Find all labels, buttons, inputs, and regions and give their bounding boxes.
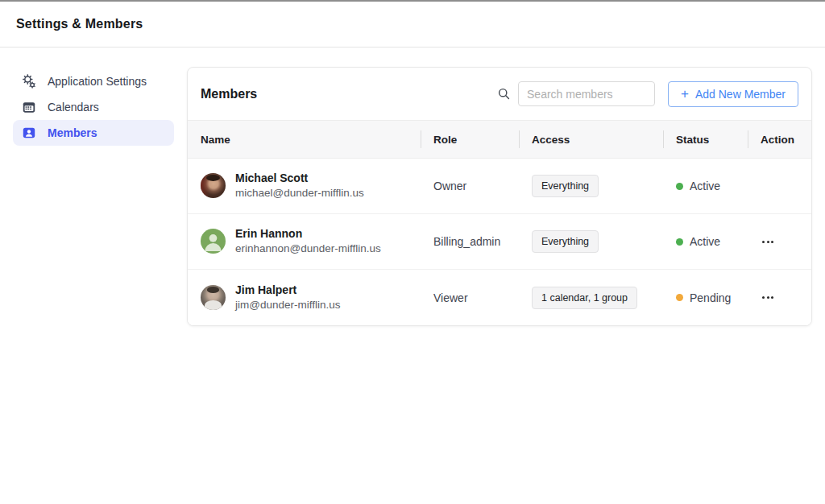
column-header-access: Access (519, 134, 663, 146)
status-dot-pending (676, 294, 683, 301)
status-dot-active (676, 238, 683, 246)
table-row-erin-hannon: Erin Hannon erinhannon@dunder-mifflin.us… (188, 214, 811, 270)
status-label: Active (690, 180, 720, 192)
avatar-jim-halpert (201, 285, 226, 310)
add-new-member-button[interactable]: + Add New Member (668, 81, 798, 107)
sidebar-item-label: Calendars (48, 101, 99, 114)
member-email: michael@dunder-mifflin.us (235, 186, 364, 200)
settings-sidebar: Application Settings Calendars (0, 48, 187, 503)
column-header-name: Name (188, 134, 421, 146)
search-members-input[interactable] (518, 81, 655, 106)
member-name: Erin Hannon (235, 226, 381, 242)
plus-icon: + (681, 87, 689, 101)
calendar-icon (21, 99, 37, 115)
members-panel: Members + Add New Member (187, 67, 812, 326)
sidebar-item-members[interactable]: Members (13, 120, 174, 146)
table-row-jim-halpert: Jim Halpert jim@dunder-mifflin.us Viewer… (188, 270, 811, 325)
member-card-icon (21, 125, 37, 141)
page-title: Settings & Members (16, 17, 143, 31)
column-header-action: Action (748, 134, 811, 146)
member-role: Viewer (421, 291, 519, 304)
access-badge[interactable]: Everything (532, 230, 599, 253)
panel-title: Members (201, 87, 257, 101)
sidebar-item-label: Members (48, 126, 97, 139)
add-new-member-label: Add New Member (695, 88, 786, 101)
members-panel-header: Members + Add New Member (188, 68, 811, 120)
status-label: Active (690, 235, 720, 248)
member-name: Jim Halpert (235, 283, 341, 298)
row-actions-menu-icon[interactable] (761, 238, 775, 246)
status-dot-active (676, 183, 683, 190)
table-row-michael-scott: Michael Scott michael@dunder-mifflin.us … (188, 159, 811, 214)
member-email: jim@dunder-mifflin.us (235, 298, 341, 312)
access-badge[interactable]: 1 calendar, 1 group (532, 287, 637, 309)
app-header: Settings & Members (0, 2, 825, 48)
members-table-header: Name Role Access Status Action (188, 120, 811, 159)
column-header-role: Role (421, 134, 519, 146)
access-badge[interactable]: Everything (532, 175, 599, 197)
member-role: Owner (421, 180, 519, 192)
sidebar-item-label: Application Settings (48, 75, 147, 88)
gears-icon (21, 73, 37, 89)
row-actions-menu-icon[interactable] (761, 293, 775, 302)
member-name: Michael Scott (235, 171, 364, 186)
main-content: Members + Add New Member (187, 48, 825, 503)
member-email: erinhannon@dunder-mifflin.us (235, 242, 381, 256)
avatar-michael-scott (201, 173, 226, 198)
status-label: Pending (690, 291, 731, 304)
member-role: Billing_admin (421, 235, 519, 248)
search-icon (497, 87, 512, 101)
sidebar-item-calendars[interactable]: Calendars (13, 94, 174, 120)
column-header-status: Status (663, 134, 748, 146)
avatar-erin-hannon (201, 229, 226, 254)
sidebar-item-application-settings[interactable]: Application Settings (13, 68, 174, 94)
